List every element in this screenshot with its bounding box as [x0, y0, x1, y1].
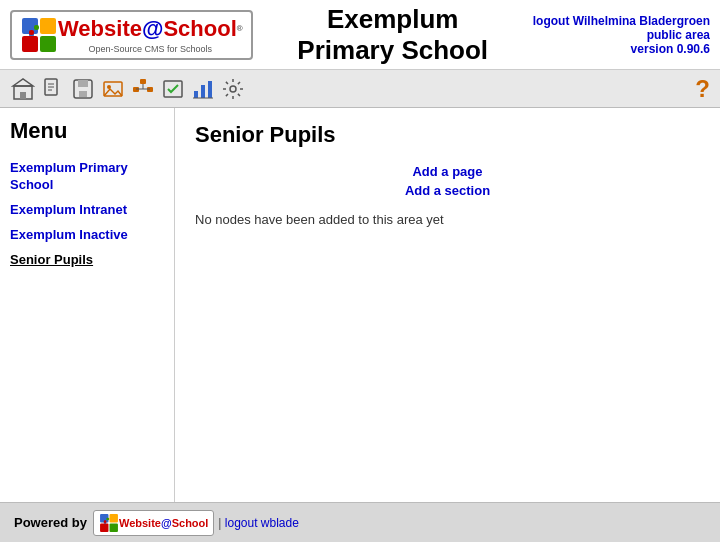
svg-rect-33: [100, 523, 108, 531]
svg-rect-6: [40, 36, 56, 52]
school-icon[interactable]: [10, 76, 36, 102]
puzzle-icon: [20, 16, 58, 54]
toolbar: ?: [0, 70, 720, 108]
site-title-line2: Primary School: [297, 35, 488, 65]
version-text: version 0.90.6: [533, 42, 710, 56]
svg-rect-3: [29, 30, 34, 35]
content-links: Add a page Add a section: [195, 164, 700, 198]
image-icon[interactable]: [100, 76, 126, 102]
svg-marker-9: [13, 79, 33, 86]
svg-rect-34: [104, 520, 107, 523]
footer-puzzle-icon: [99, 513, 119, 533]
main-area: Menu Exemplum Primary School Exemplum In…: [0, 108, 720, 502]
svg-rect-16: [78, 80, 88, 87]
toolbar-icons: [10, 76, 246, 102]
user-area-text: public area: [533, 28, 710, 42]
footer-logout-area: | logout wblade: [218, 516, 299, 530]
logo-text: Website@School®: [58, 16, 243, 42]
logo-registered: ®: [237, 23, 243, 32]
user-info: logout Wilhelmina Bladergroen public are…: [533, 14, 710, 56]
svg-rect-37: [109, 523, 117, 531]
site-title: Exemplum Primary School: [253, 4, 533, 66]
sidebar-item-exemplum-intranet[interactable]: Exemplum Intranet: [10, 202, 164, 219]
save-icon[interactable]: [70, 76, 96, 102]
header: Website@School® Open-Source CMS for Scho…: [0, 0, 720, 70]
logo-subtitle: Open-Source CMS for Schools: [89, 44, 213, 54]
svg-point-30: [230, 86, 236, 92]
svg-rect-27: [201, 85, 205, 98]
site-title-line1: Exemplum: [327, 4, 459, 34]
page-title: Senior Pupils: [195, 122, 700, 148]
document-icon[interactable]: [40, 76, 66, 102]
svg-rect-5: [40, 25, 45, 30]
sidebar-item-senior-pupils[interactable]: Senior Pupils: [10, 252, 164, 269]
footer-logout-link[interactable]: logout wblade: [225, 516, 299, 530]
footer-logo: Website@School: [93, 510, 214, 536]
sidebar-item-exemplum-primary[interactable]: Exemplum Primary School: [10, 160, 164, 194]
chart-icon[interactable]: [190, 76, 216, 102]
logo-area: Website@School® Open-Source CMS for Scho…: [10, 10, 253, 60]
svg-rect-7: [34, 25, 39, 30]
content-area: Senior Pupils Add a page Add a section N…: [175, 108, 720, 502]
svg-rect-17: [79, 91, 87, 97]
svg-rect-38: [106, 517, 109, 520]
checklist-icon[interactable]: [160, 76, 186, 102]
add-section-link[interactable]: Add a section: [195, 183, 700, 198]
menu-label: Menu: [10, 118, 164, 144]
svg-rect-20: [140, 79, 146, 84]
sidebar-item-exemplum-inactive[interactable]: Exemplum Inactive: [10, 227, 164, 244]
logo-school: School: [163, 16, 236, 41]
user-logout-text: logout Wilhelmina Bladergroen: [533, 14, 710, 28]
add-page-link[interactable]: Add a page: [195, 164, 700, 179]
logo-website: Website: [58, 16, 142, 41]
svg-rect-36: [109, 517, 112, 520]
svg-rect-28: [208, 81, 212, 98]
no-nodes-message: No nodes have been added to this area ye…: [195, 212, 700, 227]
powered-by-label: Powered by: [14, 515, 87, 530]
logo-at: @: [142, 16, 163, 41]
navigation-icon[interactable]: [130, 76, 156, 102]
logo-box: Website@School® Open-Source CMS for Scho…: [10, 10, 253, 60]
svg-rect-26: [194, 91, 198, 98]
svg-rect-2: [22, 36, 38, 52]
sidebar: Menu Exemplum Primary School Exemplum In…: [0, 108, 175, 502]
settings-icon[interactable]: [220, 76, 246, 102]
svg-rect-10: [20, 92, 26, 99]
help-icon[interactable]: ?: [695, 75, 710, 103]
footer: Powered by Website@School | logout wblad…: [0, 502, 720, 542]
